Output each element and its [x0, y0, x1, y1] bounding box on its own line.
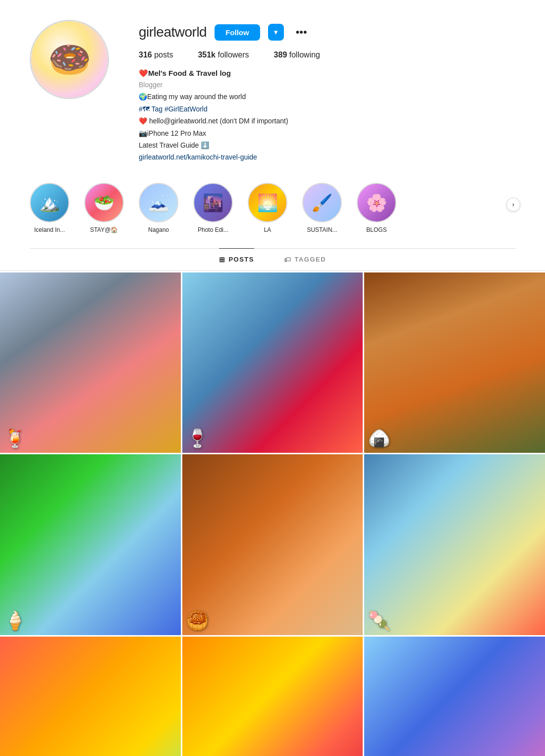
grid-overlay-2: 🍙 — [364, 272, 545, 453]
grid-post-item[interactable]: 🦄 — [364, 637, 545, 756]
grid-overlay-5: 🍡 — [364, 454, 545, 635]
avatar: 🍩 — [30, 20, 109, 99]
more-options-button[interactable]: ••• — [292, 24, 311, 41]
avatar-wrapper: 🍩 — [30, 20, 109, 99]
tab-icon-0: ⊞ — [219, 256, 226, 264]
bio-line-4: 📷iPhone 12 Pro Max — [139, 128, 515, 139]
profile-info: girleatworld Follow ▾ ••• 316 posts 351k… — [139, 20, 515, 163]
tab-label-0: POSTS — [228, 256, 254, 263]
posts-label: posts — [154, 51, 173, 59]
tab-tagged[interactable]: 🏷TAGGED — [284, 248, 326, 270]
follow-button[interactable]: Follow — [215, 24, 260, 41]
grid-overlay-1: 🍷 — [182, 272, 363, 453]
bio-hashtag: #🗺 Tag #GirlEatWorld — [139, 105, 208, 113]
grid-emoji-1: 🍷 — [186, 428, 209, 449]
grid-post-item[interactable]: 🍹 — [0, 272, 181, 453]
bio-section: ❤️Mel's Food & Travel log Blogger 🌍Eatin… — [139, 67, 515, 163]
highlight-label-5: SUSTAIN... — [307, 226, 337, 233]
grid-post-item[interactable]: 🍡 — [364, 454, 545, 635]
grid-overlay-6: 🧸 — [0, 637, 181, 756]
chevron-down-icon: ▾ — [274, 28, 278, 37]
grid-emoji-5: 🍡 — [368, 610, 390, 631]
highlight-circle-0: 🏔️ — [30, 183, 69, 222]
highlight-label-3: Photo Edi... — [198, 226, 228, 233]
highlight-label-1: STAY@🏠 — [90, 226, 118, 233]
highlight-circle-2: 🗻 — [139, 183, 178, 222]
tab-posts[interactable]: ⊞POSTS — [219, 248, 254, 270]
highlight-circle-3: 🌆 — [193, 183, 233, 222]
followers-count: 351k — [198, 51, 216, 59]
bio-category: Blogger — [139, 79, 515, 90]
follow-dropdown-button[interactable]: ▾ — [268, 24, 284, 41]
highlight-label-0: Iceland In... — [34, 226, 65, 233]
tab-label-1: TAGGED — [294, 256, 326, 263]
highlights-section: 🏔️Iceland In...🥗STAY@🏠🗻Nagano🌆Photo Edi.… — [0, 178, 545, 248]
bio-name: ❤️Mel's Food & Travel log — [139, 67, 515, 79]
highlight-item-1[interactable]: 🥗STAY@🏠 — [84, 183, 124, 233]
username: girleatworld — [139, 24, 207, 40]
grid-overlay-8: 🦄 — [364, 637, 545, 756]
grid-post-item[interactable]: 🥮 — [182, 454, 363, 635]
bio-line-3: ❤️ hello@girleatworld.net (don't DM if i… — [139, 115, 515, 126]
grid-post-item[interactable]: 🥮 — [182, 637, 363, 756]
grid-overlay-4: 🥮 — [182, 454, 363, 635]
highlight-label-2: Nagano — [148, 226, 169, 233]
highlight-item-4[interactable]: 🌅LA — [248, 183, 287, 233]
bio-line-1: 🌍Eating my way around the world — [139, 91, 515, 102]
profile-header-row: girleatworld Follow ▾ ••• — [139, 24, 515, 41]
profile-section: 🍩 girleatworld Follow ▾ ••• 316 posts 35… — [0, 0, 545, 178]
posts-count: 316 — [139, 51, 152, 59]
highlight-circle-1: 🥗 — [84, 183, 124, 222]
highlight-item-3[interactable]: 🌆Photo Edi... — [193, 183, 233, 233]
grid-emoji-0: 🍹 — [4, 428, 26, 449]
posts-grid: 🍹🍷🍙🍦🥮🍡🧸🥮🦄 — [0, 271, 545, 756]
following-count: 389 — [274, 51, 287, 59]
grid-emoji-2: 🍙 — [368, 428, 390, 449]
grid-post-item[interactable]: 🍦 — [0, 454, 181, 635]
followers-stat[interactable]: 351k followers — [198, 51, 249, 59]
highlight-circle-6: 🌸 — [357, 183, 396, 222]
tabs-row: ⊞POSTS🏷TAGGED — [0, 249, 545, 271]
posts-stat[interactable]: 316 posts — [139, 51, 173, 59]
highlight-circle-5: 🖌️ — [302, 183, 342, 222]
following-label: following — [289, 51, 320, 59]
grid-emoji-4: 🥮 — [186, 610, 209, 631]
grid-emoji-3: 🍦 — [4, 610, 26, 631]
bio-line-5: Latest Travel Guide ⬇️ — [139, 140, 515, 151]
highlight-item-5[interactable]: 🖌️SUSTAIN... — [302, 183, 342, 233]
grid-overlay-0: 🍹 — [0, 272, 181, 453]
highlight-circle-4: 🌅 — [248, 183, 287, 222]
bio-link-line: girleatworld.net/kamikochi-travel-guide — [139, 152, 515, 162]
grid-post-item[interactable]: 🍷 — [182, 272, 363, 453]
highlight-label-4: LA — [264, 226, 272, 233]
bio-link[interactable]: girleatworld.net/kamikochi-travel-guide — [139, 153, 257, 161]
grid-post-item[interactable]: 🧸 — [0, 637, 181, 756]
highlight-item-2[interactable]: 🗻Nagano — [139, 183, 178, 233]
highlight-item-0[interactable]: 🏔️Iceland In... — [30, 183, 69, 233]
following-stat[interactable]: 389 following — [274, 51, 320, 59]
stats-row: 316 posts 351k followers 389 following — [139, 51, 515, 59]
avatar-image: 🍩 — [31, 21, 108, 98]
highlights-next-button[interactable]: › — [506, 198, 520, 212]
tab-icon-1: 🏷 — [284, 256, 292, 264]
highlight-item-6[interactable]: 🌸BLOGS — [357, 183, 396, 233]
highlight-label-6: BLOGS — [366, 226, 386, 233]
grid-post-item[interactable]: 🍙 — [364, 272, 545, 453]
grid-overlay-7: 🥮 — [182, 637, 363, 756]
bio-line-2: #🗺 Tag #GirlEatWorld — [139, 104, 515, 114]
grid-overlay-3: 🍦 — [0, 454, 181, 635]
followers-label: followers — [218, 51, 249, 59]
